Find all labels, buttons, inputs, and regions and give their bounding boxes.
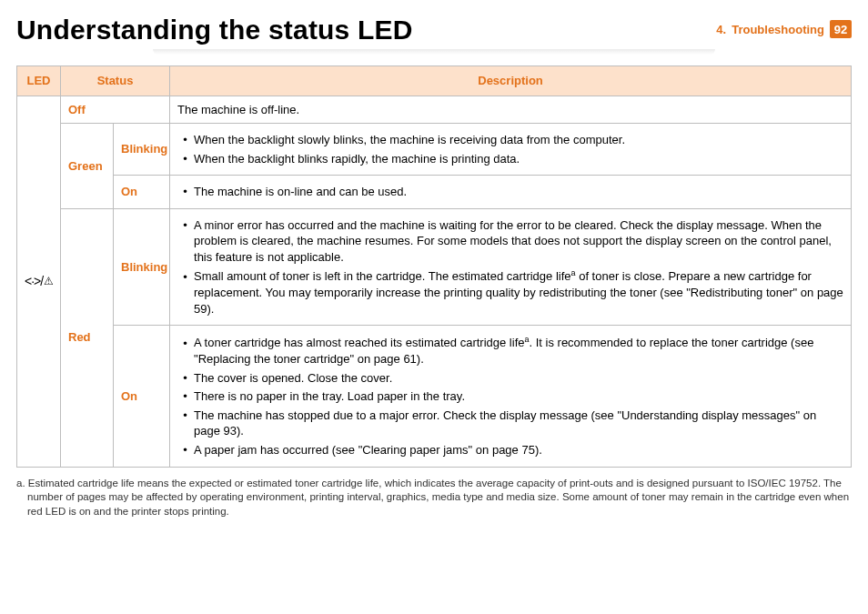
list-item: When the backlight slowly blinks, the ma… [194,132,843,148]
page-header: Understanding the status LED 4. Troubles… [16,15,852,45]
desc-off: The machine is off-line. [170,96,852,124]
th-status: Status [61,66,170,96]
row-green-blinking: Green Blinking When the backlight slowly… [17,124,852,176]
desc-red-on: A toner cartridge has almost reached its… [170,326,852,467]
page-title: Understanding the status LED [16,15,413,45]
status-red-blinking: Blinking [114,208,170,326]
status-color-green: Green [61,124,114,209]
footnote: a. Estimated cartridge life means the ex… [16,477,852,519]
list-item: When the backlight blinks rapidly, the m… [194,151,843,167]
status-off: Off [61,96,170,124]
list-item: The machine is on-line and can be used. [194,184,843,200]
page: Understanding the status LED 4. Troubles… [0,0,868,518]
breadcrumb: 4. Troubleshooting 92 [716,20,852,38]
th-description: Description [170,66,852,96]
status-green-on: On [114,176,170,209]
page-number-badge: 92 [830,20,852,38]
list-item: A minor error has occurred and the machi… [194,217,843,266]
status-led-table: LED Status Description <·>/⚠ Off The mac… [16,65,852,468]
footnote-marker: a. [16,478,25,488]
list-item: The cover is opened. Close the cover. [194,370,843,387]
list-item: Small amount of toner is left in the car… [194,267,843,317]
th-led: LED [17,66,61,96]
breadcrumb-section: Troubleshooting [732,23,824,36]
desc-green-blinking: When the backlight slowly blinks, the ma… [170,124,852,176]
desc-red-blinking: A minor error has occurred and the machi… [170,208,852,326]
row-off: <·>/⚠ Off The machine is off-line. [17,96,852,124]
status-led-icon: <·>/⚠ [25,273,53,290]
tab-shadow-decor [153,49,715,55]
list-item: A toner cartridge has almost reached its… [194,334,843,367]
led-icon-cell: <·>/⚠ [17,96,61,467]
list-item: There is no paper in the tray. Load pape… [194,388,843,405]
list-item: A paper jam has occurred (see "Clearing … [194,442,843,458]
breadcrumb-number: 4. [716,23,726,36]
list-item: The machine has stopped due to a major e… [194,408,843,439]
desc-green-on: The machine is on-line and can be used. [170,176,852,209]
table-header-row: LED Status Description [17,66,852,96]
row-red-on: On A toner cartridge has almost reached … [17,326,852,467]
status-color-red: Red [61,208,114,467]
footnote-text: Estimated cartridge life means the expec… [27,478,849,517]
status-green-blinking: Blinking [114,124,170,176]
status-red-on: On [114,326,170,467]
row-green-on: On The machine is on-line and can be use… [17,176,852,209]
row-red-blinking: Red Blinking A minor error has occurred … [17,208,852,326]
